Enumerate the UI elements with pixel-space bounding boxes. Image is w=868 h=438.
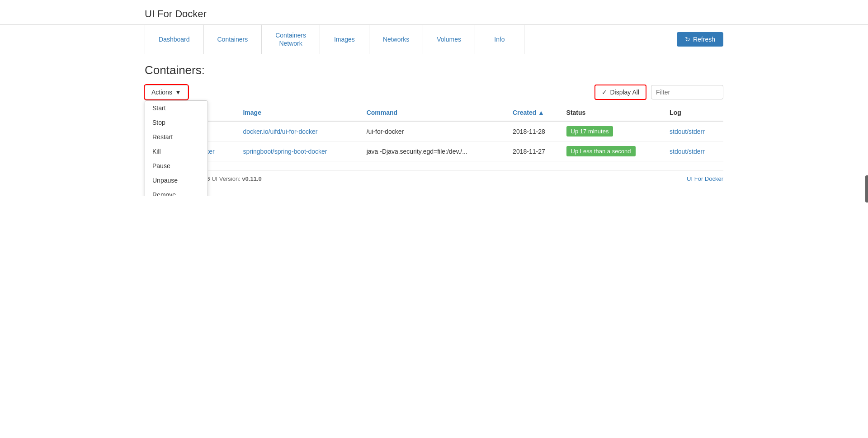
row2-command: java -Djava.security.egd=file:/dev./... (363, 141, 509, 161)
action-start[interactable]: Start (145, 101, 208, 115)
row1-image-link[interactable]: docker.io/uifd/ui-for-docker (243, 128, 317, 135)
table-row: ui-for-docker-b docker.io/uifd/ui-for-do… (145, 121, 723, 141)
footer: Docker API Version: 1.26 UI Version: v0.… (145, 170, 723, 187)
row1-log-link[interactable]: stdout/stderr (670, 128, 705, 135)
tab-info[interactable]: Info (475, 25, 524, 54)
action-remove[interactable]: Remove (145, 188, 208, 196)
col-image: Image (239, 104, 363, 121)
row1-log: stdout/stderr (666, 121, 723, 141)
section-title: Containers: (145, 63, 723, 77)
action-pause[interactable]: Pause (145, 159, 208, 173)
tab-containers[interactable]: Containers (203, 25, 262, 54)
row2-image-link[interactable]: springboot/spring-boot-docker (243, 148, 327, 155)
refresh-icon: ↻ (685, 36, 690, 43)
action-stop[interactable]: Stop (145, 115, 208, 130)
tab-networks[interactable]: Networks (369, 25, 423, 54)
checkbox-icon: ✓ (602, 89, 607, 96)
actions-container: Actions ▼ Start Stop Restart Kill Pause … (145, 85, 188, 99)
actions-dropdown: Start Stop Restart Kill Pause Unpause Re… (145, 100, 208, 196)
tab-dashboard[interactable]: Dashboard (145, 25, 204, 54)
action-restart[interactable]: Restart (145, 130, 208, 144)
status-badge: Up 17 minutes (566, 126, 613, 137)
display-all-button[interactable]: ✓ Display All (594, 85, 646, 100)
row1-created: 2018-11-28 (509, 121, 562, 141)
app-title: UI For Docker (0, 0, 868, 24)
table-row: spring-boot-docker springboot/spring-boo… (145, 141, 723, 161)
row2-log-link[interactable]: stdout/stderr (670, 148, 705, 155)
col-status: Status (563, 104, 666, 121)
col-log: Log (666, 104, 723, 121)
actions-button[interactable]: Actions ▼ (145, 85, 188, 99)
tab-containers-network[interactable]: ContainersNetwork (261, 25, 320, 54)
col-created[interactable]: Created ▲ (509, 104, 562, 121)
toolbar: Actions ▼ Start Stop Restart Kill Pause … (145, 85, 723, 100)
row2-status: Up Less than a second (563, 141, 666, 161)
table-header-row: Name Image Command Created ▲ Status Log (145, 104, 723, 121)
footer-right: UI For Docker (687, 175, 723, 182)
tab-images[interactable]: Images (320, 25, 369, 54)
col-command: Command (363, 104, 509, 121)
nav-bar: Dashboard Containers ContainersNetwork I… (0, 24, 868, 54)
row2-image: springboot/spring-boot-docker (239, 141, 363, 161)
action-kill[interactable]: Kill (145, 144, 208, 159)
display-all-area: ✓ Display All (594, 85, 723, 100)
nav-tabs: Dashboard Containers ContainersNetwork I… (145, 25, 668, 54)
row2-created: 2018-11-27 (509, 141, 562, 161)
row1-status: Up 17 minutes (563, 121, 666, 141)
scrollbar[interactable] (865, 175, 868, 196)
row1-command: /ui-for-docker (363, 121, 509, 141)
action-unpause[interactable]: Unpause (145, 173, 208, 188)
containers-table: Name Image Command Created ▲ Status Log … (145, 104, 723, 161)
main-content: Containers: Actions ▼ Start Stop Restart… (0, 54, 868, 196)
dropdown-arrow-icon: ▼ (175, 89, 181, 96)
status-badge-2: Up Less than a second (566, 146, 636, 156)
filter-input[interactable] (651, 85, 723, 99)
tab-volumes[interactable]: Volumes (423, 25, 475, 54)
row2-log: stdout/stderr (666, 141, 723, 161)
row1-image: docker.io/uifd/ui-for-docker (239, 121, 363, 141)
refresh-button[interactable]: ↻ Refresh (677, 32, 723, 47)
